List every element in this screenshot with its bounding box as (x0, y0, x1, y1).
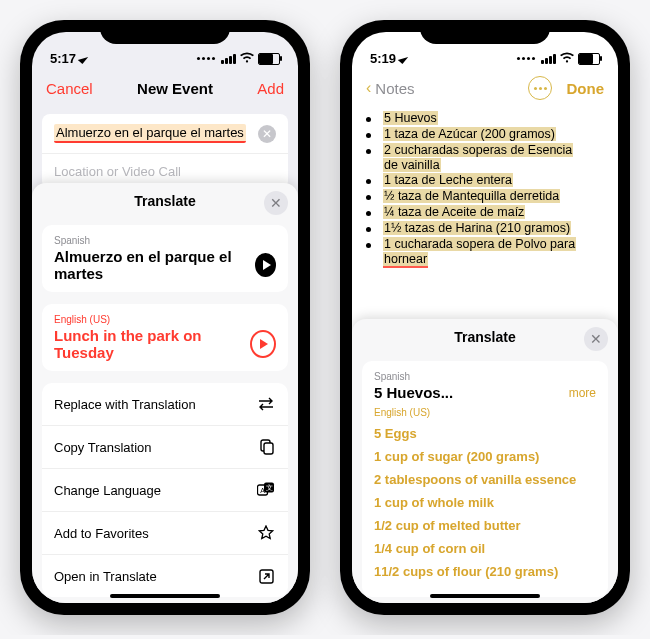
translation-line: 1/4 cup of corn oil (374, 541, 596, 556)
open-in-translate[interactable]: Open in Translate (42, 555, 288, 597)
add-button[interactable]: Add (257, 80, 284, 97)
source-text: 5 Huevos... (374, 384, 453, 401)
back-chevron-icon[interactable]: ‹ (366, 79, 371, 97)
notch (100, 20, 230, 44)
svg-text:文: 文 (266, 484, 273, 491)
status-time: 5:19 (370, 51, 396, 66)
translation-line: 11/2 cups of flour (210 grams) (374, 564, 596, 579)
location-icon (398, 53, 408, 64)
sheet-close-button[interactable]: ✕ (584, 327, 608, 351)
cell-dots-icon (197, 57, 215, 60)
back-label[interactable]: Notes (375, 80, 414, 97)
signal-icon (221, 54, 236, 64)
replace-icon (256, 394, 276, 414)
copy-icon (256, 437, 276, 457)
copy-translation[interactable]: Copy Translation (42, 426, 288, 469)
home-indicator[interactable] (110, 594, 220, 598)
more-button[interactable]: more (569, 386, 596, 400)
event-title-value: Almuerzo en el parque el martes (54, 124, 246, 143)
translation-line: 1/2 cup of melted butter (374, 518, 596, 533)
battery-icon (578, 53, 600, 65)
sheet-title: Translate (454, 329, 515, 345)
svg-text:A: A (260, 487, 265, 494)
language-icon: 文A (256, 480, 276, 500)
replace-with-translation[interactable]: Replace with Translation (42, 383, 288, 426)
open-external-icon (256, 566, 276, 586)
change-language[interactable]: Change Language 文A (42, 469, 288, 512)
sheet-title: Translate (134, 193, 195, 209)
translation-line: 5 Eggs (374, 426, 596, 441)
play-source-button[interactable] (255, 253, 276, 277)
battery-icon (258, 53, 280, 65)
cell-dots-icon (517, 57, 535, 60)
translation-line: 2 tablespoons of vanilla essence (374, 472, 596, 487)
event-navbar: Cancel New Event Add (32, 68, 298, 108)
translate-sheet: Translate ✕ Spanish 5 Huevos... more Eng… (352, 319, 618, 603)
signal-icon (541, 54, 556, 64)
more-menu-button[interactable] (528, 76, 552, 100)
done-button[interactable]: Done (566, 80, 604, 97)
translate-sheet: Translate ✕ Spanish Almuerzo en el parqu… (32, 183, 298, 603)
source-text: Almuerzo en el parque el martes (54, 248, 255, 282)
star-icon (256, 523, 276, 543)
target-lang-label: English (US) (54, 314, 276, 325)
translation-line: 1 cup of whole milk (374, 495, 596, 510)
home-indicator[interactable] (430, 594, 540, 598)
event-title-field[interactable]: Almuerzo en el parque el martes ✕ (42, 114, 288, 154)
notch (420, 20, 550, 44)
translated-text: Lunch in the park on Tuesday (54, 327, 250, 361)
sheet-close-button[interactable]: ✕ (264, 191, 288, 215)
add-to-favorites[interactable]: Add to Favorites (42, 512, 288, 555)
cancel-button[interactable]: Cancel (46, 80, 93, 97)
wifi-icon (240, 51, 254, 66)
clear-text-button[interactable]: ✕ (258, 125, 276, 143)
svg-rect-1 (264, 443, 273, 454)
translation-line: 1 cup of sugar (200 grams) (374, 449, 596, 464)
status-time: 5:17 (50, 51, 76, 66)
phone-right: 5:19 ‹ Notes Done 5 Huevos (340, 20, 630, 615)
navbar-title: New Event (137, 80, 213, 97)
phone-left: 5:17 Cancel New Event Add Almuerzo en el… (20, 20, 310, 615)
note-content[interactable]: 5 Huevos 1 taza de Azúcar (200 gramos) 2… (352, 108, 618, 268)
play-translation-button[interactable] (250, 330, 276, 358)
location-placeholder: Location or Video Call (54, 164, 181, 179)
notes-navbar: ‹ Notes Done (352, 68, 618, 108)
source-lang-label: Spanish (374, 371, 596, 382)
wifi-icon (560, 51, 574, 66)
source-lang-label: Spanish (54, 235, 276, 246)
target-lang-label: English (US) (374, 407, 596, 418)
location-icon (78, 53, 88, 64)
